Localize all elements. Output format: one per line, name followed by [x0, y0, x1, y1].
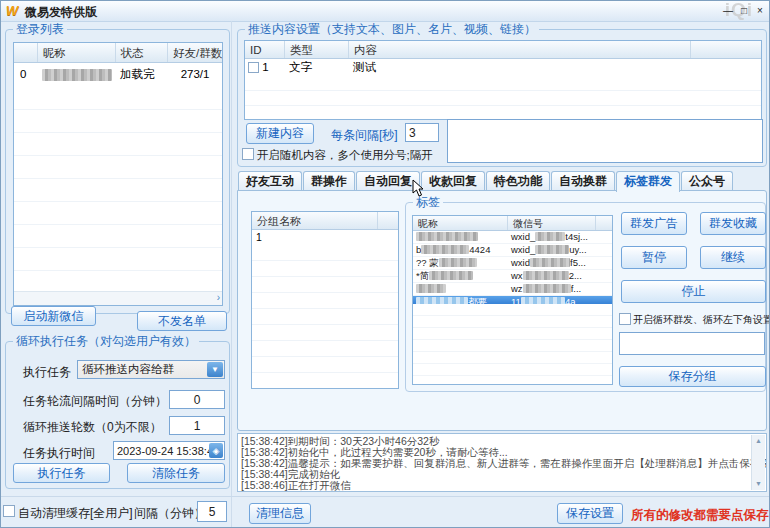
- per-interval-label: 每条间隔[秒]: [331, 127, 398, 144]
- member-col-extra: [596, 216, 612, 230]
- login-col-status: 状态: [116, 43, 168, 62]
- content-col-type: 类型: [285, 41, 349, 58]
- task-time-input[interactable]: 2023-09-24 15:38:41 ◈: [113, 441, 225, 460]
- no-send-list-button[interactable]: 不发名单: [137, 311, 227, 331]
- clean-info-button[interactable]: 清理信息: [249, 503, 311, 524]
- task-time-label: 任务执行时间: [23, 445, 95, 462]
- loop-broadcast-checkbox[interactable]: [619, 313, 631, 325]
- panel-divider: [231, 21, 232, 528]
- clean-interval-input[interactable]: 5: [197, 501, 227, 522]
- auto-clean-checkbox[interactable]: [3, 505, 15, 517]
- content-row-id: 1: [245, 59, 285, 76]
- login-table-row[interactable]: 0 加载完成 273/1: [14, 63, 222, 88]
- tab-bar: 好友互动群操作自动回复收款回复特色功能自动换群标签群发公众号: [238, 171, 734, 192]
- log-box[interactable]: [15:38:42]到期时间：30天23小时46分32秒 [15:38:42]初…: [237, 433, 767, 492]
- datetime-picker-icon[interactable]: ◈: [209, 443, 223, 458]
- resume-button[interactable]: 继续: [700, 246, 766, 269]
- pause-button[interactable]: 暂停: [621, 246, 687, 269]
- task-interval-label: 任务轮流间隔时间（分钟）: [23, 393, 167, 410]
- clear-task-button[interactable]: 清除任务: [127, 463, 225, 483]
- log-scrollbar[interactable]: ▲ ▼: [751, 435, 765, 490]
- loop-task-title: 循环执行任务（对勾选用户有效）: [13, 334, 199, 348]
- tab-special-features[interactable]: 特色功能: [486, 171, 550, 191]
- content-row-content: 测试: [349, 59, 691, 76]
- login-hscrollbar[interactable]: ›: [14, 291, 222, 305]
- maximize-button[interactable]: □: [737, 4, 751, 17]
- run-task-button[interactable]: 执行任务: [13, 463, 110, 483]
- mouse-cursor: [412, 179, 425, 198]
- content-col-content: 内容: [349, 41, 691, 58]
- tab-auto-reply[interactable]: 自动回复: [356, 171, 420, 191]
- scroll-up-icon[interactable]: ▲: [752, 435, 765, 447]
- login-col-counts: 好友/群数: [168, 43, 222, 62]
- random-content-label: 开启随机内容，多个使用分号;隔开: [257, 148, 433, 163]
- content-col-extra: [691, 41, 761, 58]
- member-row[interactable]: b4424 wxid_uy...: [413, 244, 612, 257]
- login-list-title: 登录列表: [13, 22, 67, 36]
- task-select[interactable]: 循环推送内容给群 ▼: [77, 360, 225, 379]
- random-content-checkbox[interactable]: [242, 148, 254, 160]
- group-name-col: 分组名称: [252, 212, 378, 229]
- tab-auto-switch-group[interactable]: 自动换群: [551, 171, 615, 191]
- close-button[interactable]: ×: [753, 4, 767, 17]
- task-rounds-input[interactable]: 1: [169, 416, 225, 435]
- tab-group-ops[interactable]: 群操作: [303, 171, 355, 191]
- content-col-id: ID: [245, 41, 285, 58]
- random-content-textarea[interactable]: [447, 119, 763, 163]
- content-row-id-text: 1: [262, 61, 268, 73]
- member-row[interactable]: *简 wx2...: [413, 270, 612, 283]
- tab-friend-interact[interactable]: 好友互动: [238, 171, 302, 191]
- start-wechat-button[interactable]: 启动新微信: [11, 306, 96, 326]
- content-table-row[interactable]: 1 文字 测试: [245, 59, 761, 76]
- login-col-nick: 昵称: [38, 43, 116, 62]
- clean-interval-label: 间隔（分钟）: [134, 505, 206, 522]
- login-row-nick: [38, 63, 116, 87]
- app-logo-icon: W: [6, 3, 18, 18]
- save-warning-text: 所有的修改都需要点保存: [631, 507, 769, 524]
- window-title: 微易发特供版: [25, 4, 97, 21]
- member-row[interactable]: wxid_t4sj...: [413, 231, 612, 244]
- save-settings-button[interactable]: 保存设置: [557, 503, 623, 524]
- content-table[interactable]: ID 类型 内容 1 文字 测试: [244, 40, 762, 120]
- push-content-title: 推送内容设置（支持文本、图片、名片、视频、链接）: [245, 22, 539, 36]
- content-row-checkbox[interactable]: [248, 62, 259, 73]
- stop-button[interactable]: 停止: [621, 280, 766, 303]
- hscroll-right-icon[interactable]: ›: [217, 292, 220, 304]
- login-table[interactable]: 昵称 状态 好友/群数 0 加载完成 273/1 ›: [13, 42, 223, 306]
- title-bar: W 微易发特供版 iQi — □ ×: [1, 1, 770, 22]
- login-empty-rows: [14, 87, 222, 305]
- per-interval-input[interactable]: 3: [405, 123, 439, 142]
- chevron-down-icon[interactable]: ▼: [207, 362, 223, 377]
- member-col-wxid: 微信号: [508, 216, 596, 230]
- task-rounds-label: 循环推送轮数（0为不限）: [23, 419, 162, 436]
- loop-broadcast-label: 开启循环群发、循环左下角设置: [633, 313, 770, 327]
- scroll-down-icon[interactable]: ▼: [752, 478, 765, 490]
- broadcast-favorites-button[interactable]: 群发收藏: [700, 212, 766, 235]
- login-row-index: 0: [14, 63, 38, 87]
- content-row-type: 文字: [285, 59, 349, 76]
- member-row[interactable]: wzf...: [413, 283, 612, 296]
- login-row-counts: 273/1: [168, 63, 222, 87]
- member-empty-rows: [413, 304, 612, 384]
- group-name-input[interactable]: [619, 332, 765, 355]
- broadcast-ad-button[interactable]: 群发广告: [621, 212, 687, 235]
- member-table[interactable]: 昵称 微信号 wxid_t4sj... b4424 wxid_uy... ?? …: [412, 215, 613, 385]
- tab-payment-reply[interactable]: 收款回复: [421, 171, 485, 191]
- task-select-label: 执行任务: [23, 364, 71, 381]
- login-row-status: 加载完成: [116, 63, 168, 87]
- save-group-button[interactable]: 保存分组: [619, 366, 766, 387]
- task-interval-input[interactable]: 0: [169, 390, 225, 409]
- group-name-row[interactable]: 1: [252, 230, 398, 246]
- login-col-index: [14, 43, 38, 62]
- bottom-divider: [1, 496, 770, 497]
- task-select-value: 循环推送内容给群: [82, 362, 174, 377]
- new-content-button[interactable]: 新建内容: [246, 123, 314, 144]
- tab-official-account[interactable]: 公众号: [681, 171, 733, 191]
- task-time-value: 2023-09-24 15:38:41: [117, 445, 219, 457]
- member-row[interactable]: ?? 蒙 wxidf5...: [413, 257, 612, 270]
- group-name-table[interactable]: 分组名称 1: [251, 211, 399, 389]
- log-line: [15:38:46]正在打开微信: [241, 480, 351, 492]
- tab-tag-broadcast[interactable]: 标签群发: [616, 171, 680, 192]
- content-empty-rows: [245, 76, 761, 119]
- minimize-button[interactable]: —: [721, 4, 735, 17]
